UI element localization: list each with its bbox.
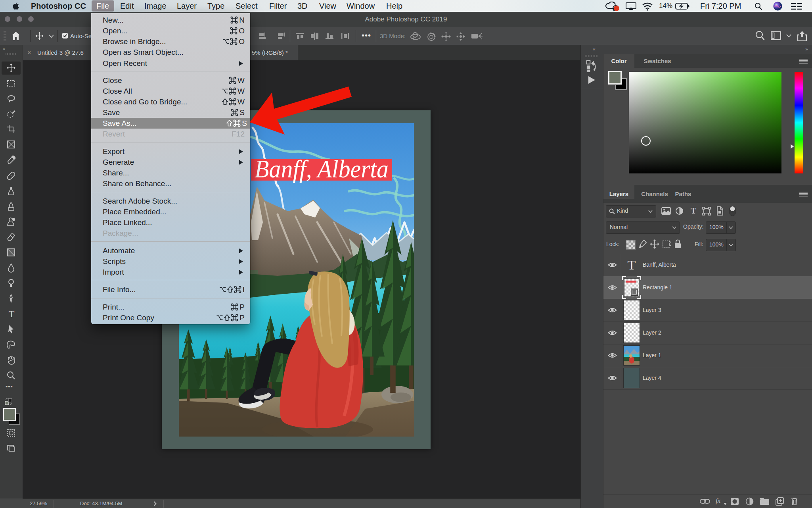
svg-text:Banff, Alberta: Banff, Alberta — [255, 155, 389, 183]
